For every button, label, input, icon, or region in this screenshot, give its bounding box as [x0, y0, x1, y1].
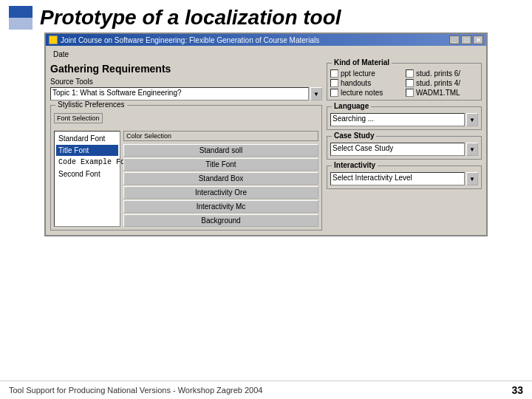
font-second[interactable]: Second Font	[56, 168, 118, 180]
titlebar-buttons: _ □ ✕	[449, 35, 483, 44]
dialog-window: Joint Course on Software Engineering: Fl…	[44, 33, 488, 236]
font-sel-legend: Font Selection	[54, 113, 103, 123]
kind-legend: Kind of Material	[332, 58, 392, 66]
language-content: Searching ... ▼	[330, 113, 478, 126]
checkbox-1-box[interactable]	[406, 69, 414, 78]
menu-date[interactable]: Date	[53, 50, 69, 58]
checkbox-3-label: stud. prints 4/	[416, 79, 460, 87]
language-legend: Language	[332, 102, 371, 110]
color-btn-1[interactable]: Title Font	[123, 158, 318, 171]
case-study-content: Select Case Study ▼	[330, 143, 478, 156]
stylistic-label: Stylistic Preferences	[55, 100, 127, 109]
color-btn-0[interactable]: Standard soll	[123, 144, 318, 157]
checkbox-4-label: lecture notes	[341, 89, 383, 97]
font-code[interactable]: Code Example Font	[56, 157, 118, 168]
interactivity-group: Interactivity Select Interactivity Level…	[327, 166, 482, 189]
source-dropdown-btn[interactable]: ▼	[310, 87, 322, 100]
color-sel-legend: Color Selection	[123, 131, 318, 141]
color-btn-3[interactable]: Interactivity Ore	[123, 186, 318, 199]
checkbox-5[interactable]: WADM1.TML	[406, 89, 478, 97]
case-study-dropdown-btn[interactable]: ▼	[466, 143, 478, 156]
checkbox-5-box[interactable]	[406, 89, 414, 97]
checkbox-2-label: handouts	[341, 79, 371, 87]
interactivity-legend: Interactivity	[332, 161, 378, 169]
gathering-section: Gathering Requirements Source Tools Topi…	[50, 63, 322, 100]
maximize-button[interactable]: □	[461, 35, 471, 44]
interactivity-dropdown-btn[interactable]: ▼	[466, 172, 478, 185]
color-btn-list: Color Selection Standard soll Title Font…	[123, 131, 318, 227]
color-btn-2[interactable]: Standard Box	[123, 172, 318, 185]
gathering-title: Gathering Requirements	[50, 63, 322, 75]
case-study-select-row: Select Case Study ▼	[330, 143, 478, 156]
checkbox-4[interactable]: lecture notes	[330, 89, 403, 97]
checkbox-1[interactable]: stud. prints 6/	[406, 69, 478, 78]
main-content: Joint Course on Software Engineering: Fl…	[0, 33, 532, 381]
interactivity-select-row: Select Interactivity Level ▼	[330, 172, 478, 185]
dialog-title: Joint Course on Software Engineering: Fl…	[61, 36, 319, 44]
dialog-body: Date Gathering Requirements Source Tools…	[46, 46, 486, 235]
footer-text: Tool Support for Producing National Vers…	[9, 386, 262, 395]
checkbox-0[interactable]: ppt lecture	[330, 69, 403, 78]
checkbox-0-label: ppt lecture	[341, 69, 375, 78]
dialog-titlebar: Joint Course on Software Engineering: Fl…	[46, 34, 486, 46]
close-button[interactable]: ✕	[473, 35, 483, 44]
source-label: Source Tools	[50, 78, 322, 86]
checkbox-4-box[interactable]	[330, 89, 338, 97]
menu-bar: Date	[50, 49, 482, 60]
kind-checkboxes: ppt lecture stud. prints 6/ handouts	[330, 69, 478, 97]
left-column: Gathering Requirements Source Tools Topi…	[50, 63, 322, 231]
dialog-app-icon	[49, 35, 58, 44]
language-select-row: Searching ... ▼	[330, 113, 478, 126]
source-select[interactable]: Topic 1: What is Software Engineering?	[50, 87, 309, 100]
language-group: Language Searching ... ▼	[327, 106, 482, 130]
kind-material-group: Kind of Material ppt lecture	[327, 63, 482, 100]
titlebar-left: Joint Course on Software Engineering: Fl…	[49, 35, 319, 44]
stylistic-prefs: Stylistic Preferences Font Selection Sta…	[50, 105, 322, 231]
font-standard[interactable]: Standard Font	[56, 133, 118, 144]
color-btn-5[interactable]: Background	[123, 214, 318, 227]
case-study-legend: Case Study	[332, 132, 376, 140]
dialog-columns: Gathering Requirements Source Tools Topi…	[50, 63, 482, 231]
logo	[9, 6, 33, 30]
page: Prototype of a localization tool Joint C…	[0, 0, 532, 399]
checkbox-2-box[interactable]	[330, 79, 338, 87]
checkbox-0-box[interactable]	[330, 69, 338, 78]
checkbox-1-label: stud. prints 6/	[416, 69, 460, 78]
footer-page-number: 33	[511, 384, 523, 396]
language-dropdown-btn[interactable]: ▼	[466, 113, 478, 126]
minimize-button[interactable]: _	[449, 35, 460, 44]
checkbox-3[interactable]: stud. prints 4/	[406, 79, 478, 87]
font-list: Standard Font Title Font Code Example Fo…	[54, 131, 120, 227]
source-select-row: Topic 1: What is Software Engineering? ▼	[50, 87, 322, 100]
page-footer: Tool Support for Producing National Vers…	[0, 381, 532, 399]
checkbox-5-label: WADM1.TML	[416, 89, 460, 97]
checkboxes-grid: ppt lecture stud. prints 6/ handouts	[330, 69, 478, 97]
language-select[interactable]: Searching ...	[330, 113, 465, 126]
checkbox-2[interactable]: handouts	[330, 79, 403, 87]
font-selection: Standard Font Title Font Code Example Fo…	[54, 131, 318, 227]
color-btn-4[interactable]: Interactivity Mc	[123, 200, 318, 213]
right-column: Kind of Material ppt lecture	[327, 63, 482, 231]
case-study-group: Case Study Select Case Study ▼	[327, 136, 482, 160]
interactivity-content: Select Interactivity Level ▼	[330, 172, 478, 185]
case-study-select[interactable]: Select Case Study	[330, 143, 465, 156]
page-header: Prototype of a localization tool	[0, 0, 532, 33]
checkbox-3-box[interactable]	[406, 79, 414, 87]
font-title[interactable]: Title Font	[56, 145, 118, 156]
interactivity-select[interactable]: Select Interactivity Level	[330, 172, 465, 185]
page-title: Prototype of a localization tool	[40, 6, 341, 30]
